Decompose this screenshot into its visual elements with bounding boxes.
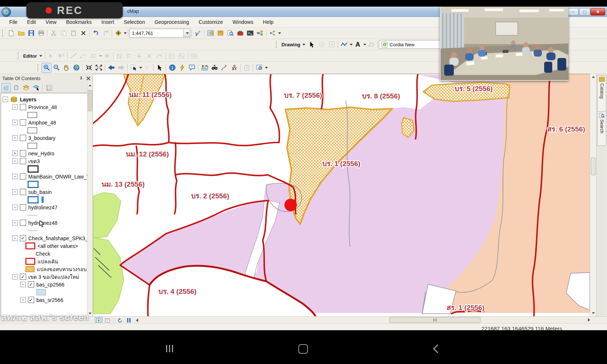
layer-checkbox[interactable] [20,119,26,126]
edit-vertices-icon[interactable] [366,40,376,50]
add-data-caret[interactable] [124,32,127,34]
menu-insert[interactable]: Insert [97,18,119,26]
cut-icon[interactable] [49,28,58,38]
layer-checkbox[interactable] [20,158,26,164]
list-by-drawing-order-icon[interactable] [1,83,11,92]
zoom-in-icon[interactable] [42,63,51,73]
menu-windows[interactable]: Windows [228,18,258,26]
python-window-icon[interactable] [245,28,255,38]
menu-customize[interactable]: Customize [194,18,228,26]
tab-search[interactable]: Search [597,111,606,146]
text-tool-caret[interactable] [363,44,366,46]
close-panel-icon[interactable] [86,76,90,80]
back-button-icon[interactable] [433,344,442,353]
edit-annotation-icon[interactable] [56,51,66,61]
sketch-properties-icon[interactable] [177,51,187,61]
symbol-row[interactable] [3,126,87,134]
select-elements-arrow-icon[interactable] [155,63,165,73]
menu-selection[interactable]: Selection [119,18,150,26]
table-of-contents-icon[interactable] [205,28,215,38]
zoom-out-icon[interactable] [51,63,61,73]
delete-icon[interactable] [78,28,88,38]
measure-icon[interactable] [200,63,209,73]
layer-khet3[interactable]: − เขต3 [3,157,87,165]
edit-tool-icon[interactable] [46,51,56,61]
legend-plaeng-derm[interactable]: แปลงเดิม [3,257,87,265]
layer-checkbox[interactable] [20,204,26,210]
full-extent-icon[interactable] [71,63,81,73]
layer-new-hydro[interactable]: + new_Hydro [3,149,87,157]
layer-checkbox[interactable] [20,104,26,110]
text-tool-icon[interactable]: A [353,40,363,50]
model-nodes-icon[interactable] [267,28,277,38]
pan-icon[interactable] [61,63,71,73]
select-elements-icon[interactable] [307,40,317,50]
close-button[interactable]: ✕ [590,8,605,15]
data-view-button[interactable] [95,317,103,324]
layer-checkbox[interactable] [20,135,26,141]
layout-view-button[interactable] [104,317,111,324]
editor-toolbar-grip[interactable] [18,52,20,60]
clear-selection-icon[interactable] [142,63,152,73]
line-tool-icon[interactable] [339,40,349,50]
go-to-xy-icon[interactable]: XY [229,63,239,73]
open-folder-icon[interactable] [16,28,26,38]
legend-all-other-values[interactable]: <all other values> [3,242,87,250]
viewer-window-icon[interactable] [254,63,264,73]
add-data-icon[interactable] [113,28,123,38]
symbol-row[interactable] [3,165,87,173]
layer-checkbox[interactable] [20,220,26,226]
layer-bas-cp2566[interactable]: −✓ bas_cp2566 [3,281,87,288]
toc-options-icon[interactable] [44,83,54,92]
new-document-icon[interactable] [6,28,16,38]
fixed-zoom-out-icon[interactable] [94,63,104,73]
menu-geoprocessing[interactable]: Geoprocessing [150,18,194,26]
toolbar-grip[interactable] [2,29,5,37]
fixed-zoom-in-icon[interactable] [84,63,94,73]
toc-root-layers[interactable]: − Layers [3,95,87,103]
list-by-visibility-icon[interactable] [21,83,30,92]
refresh-view-icon[interactable] [116,317,124,324]
layer-checkbox[interactable]: ✓ [20,235,26,241]
rotate-tool-icon[interactable] [144,51,154,61]
attributes-window-icon[interactable] [167,51,177,61]
arctoolbox-icon[interactable] [235,28,245,38]
time-slider-icon[interactable] [242,63,252,73]
map-horizontal-scrollbar-thumb[interactable] [389,317,481,323]
layer-checkbox[interactable] [20,150,26,156]
zoom-to-selected-icon[interactable] [327,40,337,50]
pause-drawing-icon[interactable] [125,317,133,324]
search-window-icon[interactable] [225,28,235,38]
cut-polygon-icon[interactable] [115,51,125,61]
html-popup-icon[interactable] [187,63,197,73]
menu-file[interactable]: File [4,18,22,26]
layer-bas-sr2566[interactable]: −✓ bas_sr2566 [3,296,87,304]
expander-icon[interactable]: − [3,97,8,102]
pin-icon[interactable] [79,76,83,80]
select-features-caret[interactable] [139,67,142,69]
table-icon[interactable] [189,51,199,61]
menu-bookmarks[interactable]: Bookmarks [61,18,97,26]
line-tool-caret[interactable] [350,44,353,46]
tools-toolbar-grip[interactable] [37,64,40,71]
print-icon[interactable] [36,28,46,38]
drawing-toolbar-grip[interactable] [276,41,279,48]
layer-checkbox[interactable] [20,189,26,195]
scroll-right-arrow[interactable] [588,318,590,322]
trace-tool-icon[interactable] [154,51,164,61]
layer-3-boundary[interactable]: − 3_boundary [3,134,87,142]
find-icon[interactable] [209,63,219,73]
toolbar-overflow-caret[interactable] [278,32,281,34]
tools-overflow-caret[interactable] [265,67,268,69]
go-back-extent-icon[interactable] [106,63,116,73]
layer-province-48[interactable]: − Province_48 [3,103,87,111]
layer-sub-basin[interactable]: − sub_basin [3,188,87,196]
toc-scrollbar[interactable] [87,83,93,316]
list-by-source-icon[interactable] [11,83,21,92]
map-scale-combobox[interactable]: 1:447,761 [129,29,190,37]
symbol-row[interactable] [3,227,87,234]
copy-icon[interactable] [58,28,68,38]
scroll-left-arrow[interactable] [136,318,138,322]
drawing-menu-button[interactable]: Drawing [280,42,307,47]
undo-icon[interactable] [91,28,101,38]
